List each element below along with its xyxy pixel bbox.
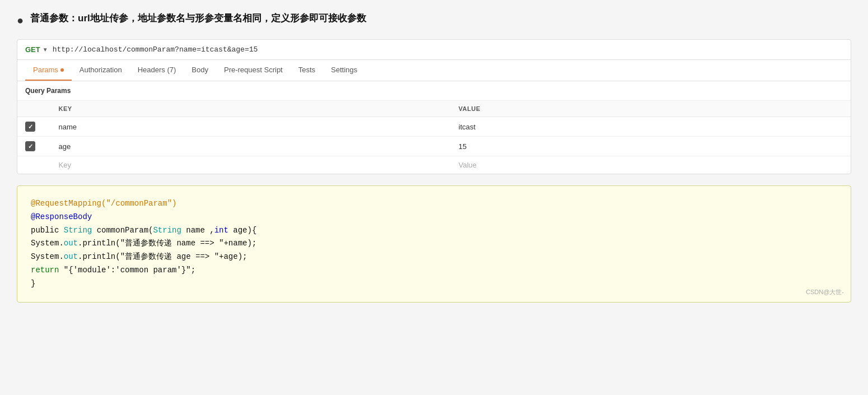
code-part: public (31, 226, 64, 235)
code-part: } (31, 279, 35, 288)
param-value[interactable]: 15 (451, 137, 851, 156)
code-part: out (64, 239, 78, 248)
row-checkbox-cell: ✓ (17, 117, 51, 137)
code-line: System.out.println("普通参数传递 name ==> "+na… (31, 237, 837, 250)
code-part: .println("普通参数传递 age ==> "+age); (78, 252, 247, 261)
param-value[interactable]: Value (451, 156, 851, 174)
bullet-dot: ● (17, 12, 24, 28)
col-header-value: VALUE (451, 101, 851, 117)
code-part: @RequestMapping("/commonParam") (31, 199, 176, 208)
code-line: return "{'module':'common param'}"; (31, 264, 837, 277)
bullet-section: ● 普通参数：url地址传参，地址参数名与形参变量名相同，定义形参即可接收参数 (17, 11, 851, 28)
tab-pre-request[interactable]: Pre-request Script (216, 60, 291, 81)
method-badge[interactable]: GET ▼ (25, 45, 48, 54)
tab-headers-label: Headers (7) (138, 66, 176, 74)
query-params-label: Query Params (17, 81, 851, 101)
code-part: return (31, 266, 59, 275)
code-line: @ResponseBody (31, 211, 837, 224)
param-key[interactable]: age (51, 137, 451, 156)
param-key[interactable]: Key (51, 156, 451, 174)
tab-params[interactable]: Params (25, 60, 72, 81)
tab-settings[interactable]: Settings (323, 60, 365, 81)
code-part: System. (31, 239, 64, 248)
code-line: public String commonParam(String name ,i… (31, 224, 837, 238)
param-checkbox[interactable]: ✓ (25, 122, 35, 132)
code-part: int (214, 226, 228, 235)
param-value[interactable]: itcast (451, 117, 851, 137)
value-placeholder: Value (459, 161, 477, 169)
tab-bar: Params Authorization Headers (7) Body Pr… (17, 60, 851, 81)
tab-body[interactable]: Body (184, 60, 216, 81)
code-line: } (31, 277, 837, 291)
request-bar: GET ▼ http://localhost/commonParam?name=… (17, 40, 851, 60)
table-row: ✓age15 (17, 137, 851, 156)
code-lines: @RequestMapping("/commonParam")@Response… (31, 197, 837, 291)
code-part: @ResponseBody (31, 212, 92, 221)
tab-pre-request-label: Pre-request Script (224, 66, 283, 74)
tab-authorization-label: Authorization (80, 66, 122, 74)
tab-authorization[interactable]: Authorization (72, 60, 130, 81)
code-line: @RequestMapping("/commonParam") (31, 197, 837, 211)
code-part: "{'module':'common param'}"; (59, 266, 195, 275)
param-checkbox[interactable]: ✓ (25, 141, 35, 151)
tab-tests-label: Tests (298, 66, 315, 74)
bullet-text: 普通参数：url地址传参，地址参数名与形参变量名相同，定义形参即可接收参数 (30, 11, 366, 26)
postman-panel: GET ▼ http://localhost/commonParam?name=… (17, 39, 851, 174)
checkmark-icon: ✓ (28, 143, 33, 150)
params-table: KEY VALUE ✓nameitcast✓age15KeyValue (17, 101, 851, 174)
code-part: .println("普通参数传递 name ==> "+name); (78, 239, 256, 248)
table-row: KeyValue (17, 156, 851, 174)
col-header-checkbox (17, 101, 51, 117)
checkmark-icon: ✓ (28, 124, 33, 130)
tab-settings-label: Settings (331, 66, 357, 74)
code-part: String (153, 226, 181, 235)
code-part: age){ (228, 226, 256, 235)
code-part: System. (31, 252, 64, 261)
tab-params-label: Params (33, 66, 58, 74)
method-chevron-icon[interactable]: ▼ (43, 47, 48, 53)
row-checkbox-cell (17, 156, 51, 174)
tab-tests[interactable]: Tests (291, 60, 323, 81)
code-line: System.out.println("普通参数传递 age ==> "+age… (31, 250, 837, 264)
code-part: commonParam( (92, 226, 153, 235)
code-part: String (64, 226, 92, 235)
code-part: out (64, 252, 78, 261)
method-label: GET (25, 45, 40, 54)
code-block: @RequestMapping("/commonParam")@Response… (17, 185, 851, 303)
key-placeholder: Key (59, 161, 71, 169)
param-key[interactable]: name (51, 117, 451, 137)
tab-params-dot (60, 68, 64, 72)
table-header-row: KEY VALUE (17, 101, 851, 117)
code-part: name , (181, 226, 214, 235)
watermark: CSDN@大世- (806, 287, 844, 298)
tab-headers[interactable]: Headers (7) (130, 60, 184, 81)
col-header-key: KEY (51, 101, 451, 117)
table-row: ✓nameitcast (17, 117, 851, 137)
row-checkbox-cell: ✓ (17, 137, 51, 156)
tab-body-label: Body (192, 66, 208, 74)
request-url[interactable]: http://localhost/commonParam?name=itcast… (53, 45, 258, 54)
